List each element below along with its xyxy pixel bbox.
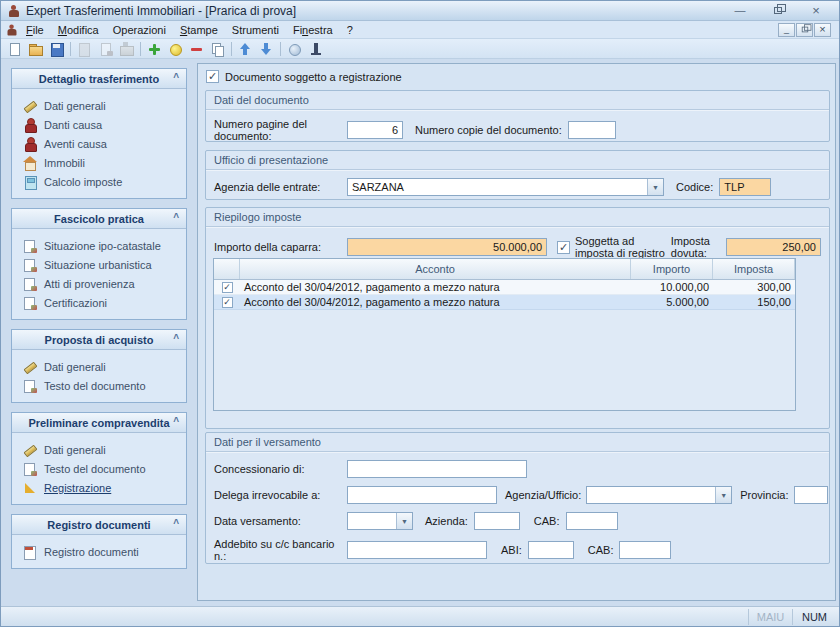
mdi-restore-icon[interactable]	[796, 23, 813, 37]
header-acconto[interactable]: Acconto	[240, 259, 631, 279]
menu-item-file[interactable]: File	[19, 23, 51, 37]
chevron-down-icon[interactable]: ▼	[396, 513, 412, 529]
sidebar-item-label: Calcolo imposte	[44, 176, 122, 188]
move-up-icon	[238, 42, 253, 56]
save-button[interactable]	[46, 40, 67, 58]
open-button[interactable]	[25, 40, 46, 58]
provincia-field[interactable]	[794, 486, 828, 504]
menu-item-strumenti[interactable]: Strumenti	[225, 23, 286, 37]
menu-item-finestra[interactable]: Finestra	[286, 23, 340, 37]
table-row[interactable]: Acconto del 30/04/2012, pagamento a mezz…	[214, 295, 795, 310]
sidebar-group-header[interactable]: Proposta di acquisto^	[12, 330, 186, 350]
provincia-label: Provincia:	[740, 489, 788, 501]
acconti-table-header: AccontoImportoImposta	[214, 259, 795, 280]
registration-checkbox[interactable]	[206, 70, 219, 83]
mdi-minimize-icon[interactable]: _	[778, 23, 795, 37]
help-button[interactable]	[284, 40, 305, 58]
chevron-up-icon[interactable]: ^	[173, 212, 179, 223]
row-checkbox[interactable]	[222, 282, 233, 293]
menu-bar: FileModificaOperazioniStampeStrumentiFin…	[1, 21, 839, 39]
cab1-field[interactable]	[566, 512, 618, 530]
duplicate-record-button[interactable]	[207, 40, 228, 58]
azienda-field[interactable]	[474, 512, 520, 530]
sidebar-item-immobili[interactable]: Immobili	[23, 153, 186, 172]
chevron-up-icon[interactable]: ^	[173, 333, 179, 344]
copies-field[interactable]	[568, 121, 616, 139]
chevron-down-icon[interactable]: ▼	[647, 179, 663, 195]
menu-item-modifica[interactable]: Modifica	[51, 23, 106, 37]
sidebar-group-title: Fascicolo pratica	[54, 213, 144, 225]
move-up-button[interactable]	[235, 40, 256, 58]
sidebar-item-label: Testo del documento	[44, 380, 146, 392]
register-icon	[23, 545, 37, 559]
table-row[interactable]: Acconto del 30/04/2012, pagamento a mezz…	[214, 280, 795, 295]
sidebar-item-atti-di-provenienza[interactable]: Atti di provenienza	[23, 274, 186, 293]
header-imposta[interactable]: Imposta	[713, 259, 795, 279]
close-icon[interactable]: ×	[809, 5, 823, 17]
sidebar-item-situazione-urbanistica[interactable]: Situazione urbanistica	[23, 255, 186, 274]
minimize-icon[interactable]: —	[733, 5, 747, 17]
sidebar-item-danti-causa[interactable]: Danti causa	[23, 115, 186, 134]
cab2-field[interactable]	[619, 541, 671, 559]
menu-item-operazioni[interactable]: Operazioni	[106, 23, 173, 37]
addebito-label: Addebito su c/c bancario n.:	[214, 538, 347, 562]
menu-item-stampe[interactable]: Stampe	[173, 23, 225, 37]
toolbar-separator	[231, 42, 232, 56]
main-panel: Documento soggetto a registrazione Dati …	[197, 63, 836, 601]
sidebar-item-registro-documenti[interactable]: Registro documenti	[23, 542, 186, 561]
agenzia-ufficio-combo[interactable]: ▼	[586, 486, 732, 504]
agency-label: Agenzia delle entrate:	[214, 181, 347, 193]
delega-field[interactable]	[347, 486, 497, 504]
exit-button[interactable]	[305, 40, 326, 58]
deposit-field[interactable]: 50.000,00	[347, 238, 547, 256]
addebito-field[interactable]	[347, 541, 487, 559]
agency-combo[interactable]: SARZANA ▼	[347, 178, 664, 196]
sidebar-item-dati-generali[interactable]: Dati generali	[23, 357, 186, 376]
header-importo[interactable]: Importo	[631, 259, 713, 279]
abi-field[interactable]	[528, 541, 574, 559]
pages-field[interactable]: 6	[347, 121, 403, 139]
duplicate-record-icon	[210, 42, 225, 56]
sidebar-group-header[interactable]: Dettaglio trasferimento^	[12, 69, 186, 89]
add-record-icon	[147, 42, 162, 56]
sidebar-item-dati-generali[interactable]: Dati generali	[23, 440, 186, 459]
sidebar-item-situazione-ipo-catastale[interactable]: Situazione ipo-catastale	[23, 236, 186, 255]
sidebar-item-certificazioni[interactable]: Certificazioni	[23, 293, 186, 312]
sidebar-item-label: Registrazione	[44, 482, 111, 494]
sidebar-item-testo-del-documento[interactable]: Testo del documento	[23, 376, 186, 395]
application-window: Expert Trasferimenti Immobiliari - [Prar…	[0, 0, 840, 627]
restore-icon[interactable]	[771, 5, 785, 17]
sidebar-group-header[interactable]: Preliminare compravendita^	[12, 413, 186, 433]
new-document-button[interactable]	[4, 40, 25, 58]
sidebar-group-items: Situazione ipo-catastaleSituazione urban…	[12, 229, 186, 319]
sidebar-item-aventi-causa[interactable]: Aventi causa	[23, 134, 186, 153]
azienda-label: Azienda:	[425, 515, 468, 527]
delete-record-button[interactable]	[186, 40, 207, 58]
edit-record-button[interactable]	[165, 40, 186, 58]
sidebar-group-header[interactable]: Registro documenti^	[12, 515, 186, 535]
row-checkbox[interactable]	[222, 297, 233, 308]
move-down-button[interactable]	[256, 40, 277, 58]
code-field[interactable]: TLP	[719, 178, 771, 196]
sidebar-item-dati-generali[interactable]: Dati generali	[23, 96, 186, 115]
concessionario-field[interactable]	[347, 460, 527, 478]
menu-item-?[interactable]: ?	[340, 23, 360, 37]
register-tax-checkbox[interactable]	[557, 241, 570, 254]
sidebar-item-registrazione[interactable]: Registrazione	[23, 478, 186, 497]
data-versamento-combo[interactable]: ▼	[347, 512, 413, 530]
sidebar-item-calcolo-imposte[interactable]: Calcolo imposte	[23, 172, 186, 191]
chevron-up-icon[interactable]: ^	[173, 518, 179, 529]
sidebar-item-testo-del-documento[interactable]: Testo del documento	[23, 459, 186, 478]
chevron-up-icon[interactable]: ^	[173, 416, 179, 427]
code-label: Codice:	[676, 181, 713, 193]
mdi-close-icon[interactable]: ×	[814, 23, 831, 37]
open-icon	[28, 42, 43, 56]
cab2-label: CAB:	[588, 544, 614, 556]
add-record-button[interactable]	[144, 40, 165, 58]
pencil-icon	[23, 99, 37, 113]
tax-due-field[interactable]: 250,00	[726, 238, 821, 256]
chevron-down-icon[interactable]: ▼	[715, 487, 731, 503]
sidebar-group-header[interactable]: Fascicolo pratica^	[12, 209, 186, 229]
chevron-up-icon[interactable]: ^	[173, 72, 179, 83]
deposit-label: Importo della caparra:	[214, 241, 347, 253]
